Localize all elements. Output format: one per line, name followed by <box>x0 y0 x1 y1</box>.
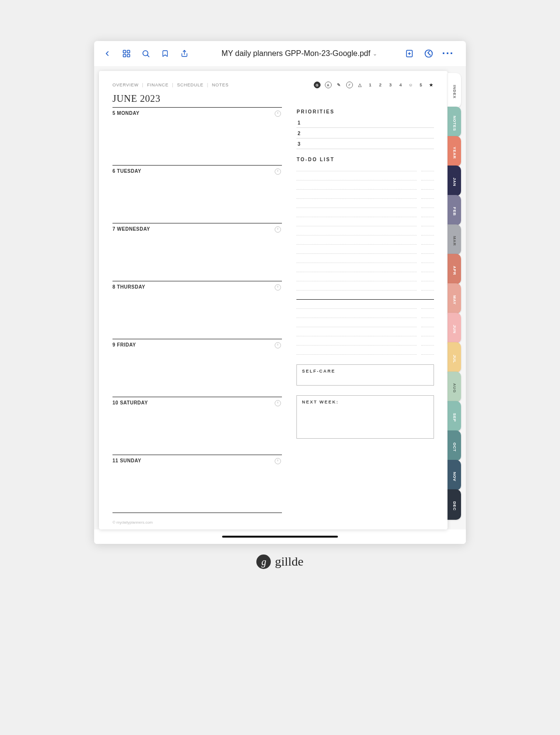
priority-row[interactable]: 1 <box>296 117 434 128</box>
week-days-column: 5 MONDAY6 TUESDAY7 WEDNESDAY8 THURSDAY9 … <box>112 107 282 513</box>
svg-line-5 <box>147 55 149 56</box>
clock-icon[interactable] <box>275 400 281 406</box>
todo-line[interactable] <box>296 336 434 336</box>
side-tab-mar[interactable]: MAR <box>448 224 461 255</box>
mini-a-icon[interactable]: A <box>325 82 332 88</box>
mini-4[interactable]: 4 <box>398 83 404 87</box>
side-tab-oct[interactable]: OCT <box>448 430 461 461</box>
side-tab-nov[interactable]: NOV <box>448 460 461 490</box>
side-tab-jun[interactable]: JUN <box>448 313 461 343</box>
clock-icon[interactable] <box>275 284 281 291</box>
nav-notes[interactable]: NOTES <box>212 83 229 87</box>
thumbnails-button[interactable] <box>119 46 134 61</box>
chevron-down-icon: ⌄ <box>373 51 377 57</box>
mini-g-icon[interactable]: G <box>314 82 321 88</box>
selfcare-box[interactable]: SELF-CARE <box>296 364 434 386</box>
planner-page: OVERVIEW | FINANCE | SCHEDULE | NOTES G … <box>99 71 448 529</box>
add-page-button[interactable] <box>402 46 417 61</box>
bookmark-button[interactable] <box>158 46 172 61</box>
check-icon[interactable]: ✓ <box>346 82 353 88</box>
brand-logo: g gillde <box>0 555 560 569</box>
day-block[interactable]: 9 FRIDAY <box>112 339 282 347</box>
svg-rect-1 <box>127 50 130 53</box>
day-block[interactable]: 10 SATURDAY <box>112 397 282 405</box>
todo-line[interactable] <box>296 244 434 245</box>
todo-line[interactable] <box>296 180 434 180</box>
nextweek-box[interactable]: NEXT WEEK: <box>296 395 434 439</box>
mini-1[interactable]: 1 <box>367 83 373 87</box>
document-title-wrap[interactable]: MY daily planners GPP-Mon-23-Google.pdf … <box>196 49 402 58</box>
clock-icon[interactable] <box>275 458 281 464</box>
todo-line[interactable] <box>296 198 434 199</box>
todo-line[interactable] <box>296 217 434 217</box>
side-tab-aug[interactable]: AUG <box>448 372 461 402</box>
todo-line[interactable] <box>296 253 434 254</box>
todo-line[interactable] <box>296 345 434 346</box>
document-viewport: OVERVIEW | FINANCE | SCHEDULE | NOTES G … <box>94 66 466 529</box>
bottom-rule <box>112 513 282 513</box>
home-indicator <box>222 536 338 538</box>
side-tab-index[interactable]: INDEX <box>448 73 461 108</box>
day-label: 10 SATURDAY <box>112 400 148 405</box>
todo-line[interactable] <box>296 272 434 272</box>
svg-rect-0 <box>123 50 126 53</box>
star-icon[interactable]: ★ <box>428 83 434 87</box>
side-tab-apr[interactable]: APR <box>448 254 461 284</box>
dollar-icon[interactable]: $ <box>418 83 424 87</box>
svg-rect-2 <box>123 55 126 57</box>
day-label: 8 THURSDAY <box>112 284 145 290</box>
side-tab-jul[interactable]: JUL <box>448 342 461 373</box>
day-block[interactable]: 8 THURSDAY <box>112 281 282 290</box>
todo-line[interactable] <box>296 281 434 281</box>
side-tab-dec[interactable]: DEC <box>448 489 461 520</box>
day-label: 9 FRIDAY <box>112 342 136 347</box>
brand-word: gillde <box>275 555 303 569</box>
nav-schedule[interactable]: SCHEDULE <box>177 83 204 87</box>
todo-separator <box>296 299 434 300</box>
share-button[interactable] <box>177 46 192 61</box>
selfcare-label: SELF-CARE <box>302 369 429 374</box>
todo-line[interactable] <box>296 235 434 236</box>
clock-icon[interactable] <box>275 342 281 348</box>
side-tab-jan[interactable]: JAN <box>448 166 461 196</box>
face-icon[interactable]: ☺ <box>408 83 414 87</box>
clock-icon[interactable] <box>275 168 281 175</box>
todo-line[interactable] <box>296 354 434 355</box>
month-heading: JUNE 2023 <box>112 93 434 104</box>
priority-row[interactable]: 3 <box>296 139 434 149</box>
side-tab-feb[interactable]: FEB <box>448 195 461 225</box>
back-button[interactable] <box>100 46 114 61</box>
todo-line[interactable] <box>296 208 434 208</box>
nav-finance[interactable]: FINANCE <box>147 83 169 87</box>
todo-line[interactable] <box>296 226 434 226</box>
todo-line[interactable] <box>296 318 434 318</box>
day-label: 6 TUESDAY <box>112 168 141 174</box>
day-block[interactable]: 5 MONDAY <box>112 107 282 116</box>
bell-icon[interactable]: △ <box>357 83 363 87</box>
clock-icon[interactable] <box>275 111 281 117</box>
nav-overview[interactable]: OVERVIEW <box>112 83 139 87</box>
mini-3[interactable]: 3 <box>388 83 393 87</box>
side-tab-notes[interactable]: NOTES <box>448 107 461 137</box>
side-tab-year[interactable]: YEAR <box>448 136 461 166</box>
todo-line[interactable] <box>296 308 434 309</box>
priority-row[interactable]: 2 <box>296 128 434 139</box>
todo-line[interactable] <box>296 263 434 263</box>
todo-line[interactable] <box>296 189 434 190</box>
todo-line[interactable] <box>296 327 434 327</box>
clock-icon[interactable] <box>275 226 281 233</box>
search-button[interactable] <box>139 46 153 61</box>
annotate-button[interactable] <box>421 46 436 61</box>
side-tab-may[interactable]: MAY <box>448 283 461 314</box>
todo-line[interactable] <box>296 171 434 171</box>
mini-2[interactable]: 2 <box>378 83 383 87</box>
day-block[interactable]: 11 SUNDAY <box>112 455 282 463</box>
document-title: MY daily planners GPP-Mon-23-Google.pdf <box>222 49 370 58</box>
more-button[interactable]: ··· <box>441 46 455 61</box>
day-block[interactable]: 7 WEDNESDAY <box>112 223 282 232</box>
pencil-icon[interactable]: ✎ <box>336 83 342 87</box>
page-footer-credit: © mydailyplanners.com <box>112 520 153 525</box>
todo-line[interactable] <box>296 290 434 291</box>
day-block[interactable]: 6 TUESDAY <box>112 165 282 174</box>
side-tab-sep[interactable]: SEP <box>448 401 461 431</box>
